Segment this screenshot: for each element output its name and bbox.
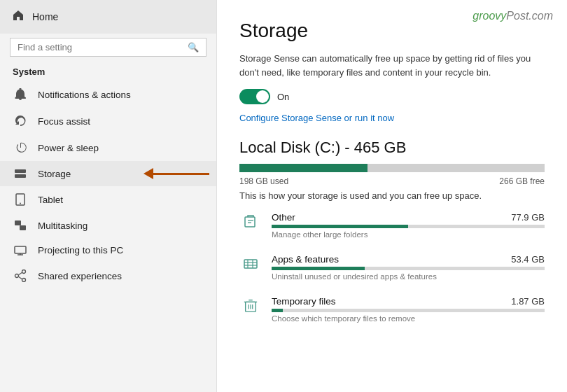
- svg-rect-4: [15, 220, 21, 225]
- home-icon: [13, 10, 24, 24]
- sidebar-item-storage-label: Storage: [38, 169, 71, 179]
- storage-item-other-content: Other 77.9 GB Manage other large folders: [272, 212, 545, 239]
- toggle-row: On: [239, 89, 545, 104]
- brand-groovy: groovy: [472, 10, 506, 22]
- power-icon: [13, 141, 28, 154]
- sidebar-item-projecting[interactable]: Projecting to this PC: [0, 238, 216, 262]
- sidebar-item-power-label: Power & sleep: [38, 143, 99, 153]
- sidebar-item-focus[interactable]: Focus assist: [0, 108, 216, 134]
- sidebar-section-title: System: [0, 64, 216, 81]
- storage-item-temp[interactable]: Temporary files 1.87 GB Choose which tem…: [239, 296, 545, 330]
- storage-item-apps-bar: [272, 267, 365, 270]
- svg-rect-6: [15, 246, 26, 253]
- disk-info-row: 198 GB used 266 GB free: [239, 176, 545, 186]
- sidebar-item-shared[interactable]: Shared experiences: [0, 262, 216, 289]
- storage-description: Storage Sense can automatically free up …: [239, 52, 540, 79]
- page-title: Storage: [239, 20, 545, 42]
- home-label: Home: [32, 11, 58, 22]
- storage-item-apps-name: Apps & features: [272, 254, 339, 265]
- storage-item-temp-bar: [272, 309, 283, 312]
- search-icon: 🔍: [188, 42, 199, 52]
- search-box[interactable]: 🔍: [10, 38, 206, 57]
- storage-item-other-top: Other 77.9 GB: [272, 212, 545, 223]
- storage-item-apps-desc: Uninstall unused or undesired apps & fea…: [272, 272, 545, 281]
- storage-icon: [13, 168, 28, 179]
- disk-bar-container: [239, 164, 545, 172]
- apps-icon: [239, 255, 262, 271]
- svg-rect-14: [245, 217, 255, 227]
- storage-item-temp-content: Temporary files 1.87 GB Choose which tem…: [272, 296, 545, 323]
- sidebar: Home 🔍 System Notifications & actions Fo…: [0, 0, 217, 392]
- sidebar-item-shared-label: Shared experiences: [38, 271, 122, 281]
- svg-point-10: [15, 274, 19, 278]
- svg-rect-17: [244, 260, 257, 268]
- arrow-annotation: [144, 168, 209, 179]
- sidebar-item-notifications-label: Notifications & actions: [38, 90, 131, 100]
- sidebar-item-power[interactable]: Power & sleep: [0, 134, 216, 161]
- disk-free-label: 266 GB free: [499, 176, 545, 186]
- multitasking-icon: [13, 220, 28, 231]
- storage-items-list: Other 77.9 GB Manage other large folders: [239, 212, 545, 330]
- storage-item-temp-bar-container: [272, 309, 545, 312]
- temp-icon: [239, 298, 262, 313]
- sidebar-item-tablet-label: Tablet: [38, 195, 63, 205]
- sidebar-item-focus-label: Focus assist: [38, 116, 90, 127]
- toggle-knob: [256, 90, 269, 103]
- arrow-head: [144, 168, 153, 179]
- sidebar-item-multitasking-label: Multitasking: [38, 220, 88, 231]
- storage-item-temp-size: 1.87 GB: [511, 296, 545, 307]
- svg-rect-5: [20, 225, 26, 230]
- tablet-icon: [13, 193, 28, 206]
- svg-line-13: [18, 276, 22, 279]
- sidebar-item-notifications[interactable]: Notifications & actions: [0, 81, 216, 108]
- svg-rect-1: [15, 174, 26, 178]
- sidebar-home[interactable]: Home: [0, 0, 216, 34]
- disk-sub-desc: This is how your storage is used and you…: [239, 190, 545, 201]
- storage-item-other-bar-container: [272, 225, 545, 228]
- brand-watermark: groovyPost.com: [472, 10, 553, 22]
- storage-item-apps[interactable]: Apps & features 53.4 GB Uninstall unused…: [239, 254, 545, 288]
- storage-item-apps-size: 53.4 GB: [511, 254, 545, 265]
- shared-icon: [13, 270, 28, 282]
- arrow-line: [153, 173, 209, 175]
- disk-used-label: 198 GB used: [239, 176, 288, 186]
- toggle-label: On: [277, 92, 289, 102]
- storage-item-apps-content: Apps & features 53.4 GB Uninstall unused…: [272, 254, 545, 281]
- storage-item-other[interactable]: Other 77.9 GB Manage other large folders: [239, 212, 545, 246]
- svg-point-9: [22, 270, 26, 274]
- storage-item-temp-desc: Choose which temporary files to remove: [272, 314, 545, 323]
- projecting-icon: [13, 246, 28, 255]
- notifications-icon: [13, 88, 28, 101]
- config-link[interactable]: Configure Storage Sense or run it now: [239, 113, 394, 123]
- main-content: groovyPost.com Storage Storage Sense can…: [217, 0, 567, 392]
- search-input[interactable]: [18, 42, 188, 52]
- storage-sense-toggle[interactable]: [239, 89, 270, 104]
- svg-point-3: [20, 203, 21, 204]
- storage-item-other-desc: Manage other large folders: [272, 230, 545, 239]
- other-icon: [239, 214, 262, 229]
- brand-post: Post.com: [506, 10, 553, 22]
- svg-rect-0: [15, 169, 26, 173]
- sidebar-item-tablet[interactable]: Tablet: [0, 186, 216, 213]
- svg-line-12: [18, 272, 22, 274]
- storage-item-other-name: Other: [272, 212, 295, 223]
- storage-item-apps-bar-container: [272, 267, 545, 270]
- sidebar-item-projecting-label: Projecting to this PC: [38, 245, 123, 255]
- storage-item-apps-top: Apps & features 53.4 GB: [272, 254, 545, 265]
- disk-title: Local Disk (C:) - 465 GB: [239, 139, 545, 157]
- focus-icon: [13, 115, 28, 127]
- storage-item-temp-name: Temporary files: [272, 296, 336, 307]
- sidebar-item-storage[interactable]: Storage: [0, 161, 216, 186]
- disk-bar-used: [239, 164, 368, 172]
- storage-item-temp-top: Temporary files 1.87 GB: [272, 296, 545, 307]
- sidebar-item-multitasking[interactable]: Multitasking: [0, 213, 216, 238]
- storage-item-other-size: 77.9 GB: [511, 212, 545, 223]
- svg-point-11: [22, 279, 26, 282]
- storage-item-other-bar: [272, 225, 408, 228]
